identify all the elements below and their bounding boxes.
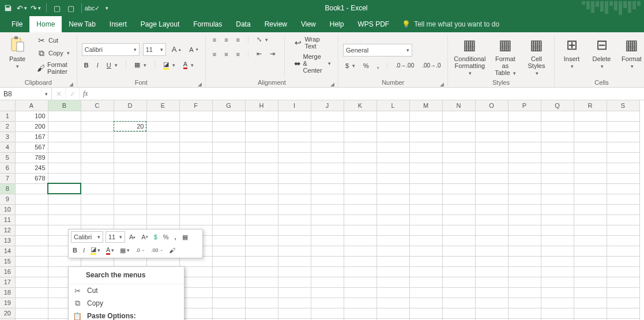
cell-H10[interactable] [245, 204, 278, 214]
formula-cancel-button[interactable]: ✕ [52, 88, 66, 100]
row-header-6[interactable]: 6 [0, 163, 15, 173]
tab-page-layout[interactable]: Page Layout [134, 16, 186, 32]
cell-D3[interactable] [114, 131, 146, 142]
cell-P20[interactable] [508, 308, 541, 318]
cell-F2[interactable] [179, 121, 212, 131]
cell-N14[interactable] [442, 246, 475, 256]
cell-F8[interactable] [179, 183, 212, 194]
row-header-4[interactable]: 4 [0, 142, 15, 152]
cell-S16[interactable] [607, 266, 639, 277]
number-format-combo[interactable]: General▾ [343, 44, 412, 57]
cell-Q20[interactable] [541, 308, 574, 318]
cell-G1[interactable] [212, 111, 245, 121]
delete-cells-button[interactable]: ⊟Delete▾ [589, 35, 615, 71]
cell-A7[interactable]: 678 [15, 173, 48, 183]
col-header-B[interactable]: B [48, 100, 81, 111]
col-header-G[interactable]: G [212, 100, 245, 111]
cell-L12[interactable] [376, 225, 409, 235]
row-header-9[interactable]: 9 [0, 194, 15, 204]
cell-L18[interactable] [376, 287, 409, 298]
cell-S14[interactable] [607, 246, 639, 256]
cell-C6[interactable] [81, 163, 114, 173]
cell-A19[interactable] [15, 298, 48, 308]
cell-L6[interactable] [376, 163, 409, 173]
mini-brush[interactable]: 🖌 [167, 246, 177, 255]
cell-C1[interactable] [81, 111, 114, 121]
row-header-16[interactable]: 16 [0, 266, 15, 277]
cell-N4[interactable] [442, 142, 475, 152]
cell-H3[interactable] [245, 131, 278, 142]
cell-B1[interactable] [48, 111, 81, 121]
cell-Q15[interactable] [541, 256, 574, 266]
cell-O5[interactable] [475, 152, 508, 163]
cell-S20[interactable] [607, 308, 639, 318]
cell-G17[interactable] [212, 277, 245, 287]
cell-E6[interactable] [146, 163, 179, 173]
cell-K2[interactable] [344, 121, 376, 131]
ctx-copy[interactable]: ⧉Copy [69, 297, 184, 310]
cell-E7[interactable] [146, 173, 179, 183]
number-launcher[interactable]: ◢ [440, 81, 444, 87]
cell-R16[interactable] [574, 266, 607, 277]
cell-E4[interactable] [146, 142, 179, 152]
cell-N15[interactable] [442, 256, 475, 266]
cell-J6[interactable] [311, 163, 344, 173]
col-header-Q[interactable]: Q [541, 100, 574, 111]
cell-K12[interactable] [344, 225, 376, 235]
alignment-launcher[interactable]: ◢ [330, 81, 334, 87]
align-bottom-button[interactable]: ≡ [234, 35, 242, 44]
cell-S12[interactable] [607, 225, 639, 235]
cell-J17[interactable] [311, 277, 344, 287]
cell-I8[interactable] [278, 183, 311, 194]
cell-I7[interactable] [278, 173, 311, 183]
cell-P10[interactable] [508, 204, 541, 214]
cell-M14[interactable] [409, 246, 442, 256]
row-header-11[interactable]: 11 [0, 214, 15, 225]
underline-button[interactable]: U▾ [104, 61, 120, 70]
cell-E5[interactable] [146, 152, 179, 163]
redo-icon[interactable]: ↷▾ [31, 3, 40, 13]
increase-indent-button[interactable]: ⇥ [268, 49, 277, 59]
cell-N9[interactable] [442, 194, 475, 204]
cell-A20[interactable] [15, 308, 48, 318]
cell-I17[interactable] [278, 277, 311, 287]
cell-O12[interactable] [475, 225, 508, 235]
cell-G20[interactable] [212, 308, 245, 318]
cell-G15[interactable] [212, 256, 245, 266]
cell-M4[interactable] [409, 142, 442, 152]
conditional-formatting-button[interactable]: ▦Conditional Formatting ▾ [453, 35, 487, 78]
cell-Q4[interactable] [541, 142, 574, 152]
cell-J14[interactable] [311, 246, 344, 256]
cell-G11[interactable] [212, 214, 245, 225]
row-header-15[interactable]: 15 [0, 256, 15, 266]
cell-C8[interactable] [81, 183, 114, 194]
cell-E9[interactable] [146, 194, 179, 204]
row-header-10[interactable]: 10 [0, 204, 15, 214]
format-painter-button[interactable]: 🖌Format Painter [35, 60, 72, 76]
cell-R2[interactable] [574, 121, 607, 131]
cell-J2[interactable] [311, 121, 344, 131]
cell-E8[interactable] [146, 183, 179, 194]
cell-P8[interactable] [508, 183, 541, 194]
undo-icon[interactable]: ↶▾ [17, 3, 27, 13]
cell-E2[interactable] [146, 121, 179, 131]
cell-A3[interactable]: 167 [15, 131, 48, 142]
cell-R9[interactable] [574, 194, 607, 204]
col-header-E[interactable]: E [146, 100, 179, 111]
cell-O2[interactable] [475, 121, 508, 131]
cell-N5[interactable] [442, 152, 475, 163]
cell-M15[interactable] [409, 256, 442, 266]
cell-A4[interactable]: 567 [15, 142, 48, 152]
cell-F6[interactable] [179, 163, 212, 173]
cell-L17[interactable] [376, 277, 409, 287]
cell-N19[interactable] [442, 298, 475, 308]
cell-P14[interactable] [508, 246, 541, 256]
tab-formulas[interactable]: Formulas [186, 16, 229, 32]
cell-O6[interactable] [475, 163, 508, 173]
cell-F11[interactable] [179, 214, 212, 225]
cell-P1[interactable] [508, 111, 541, 121]
cell-A12[interactable] [15, 225, 48, 235]
tab-file[interactable]: File [5, 16, 29, 32]
col-header-C[interactable]: C [81, 100, 114, 111]
cell-B7[interactable] [48, 173, 81, 183]
